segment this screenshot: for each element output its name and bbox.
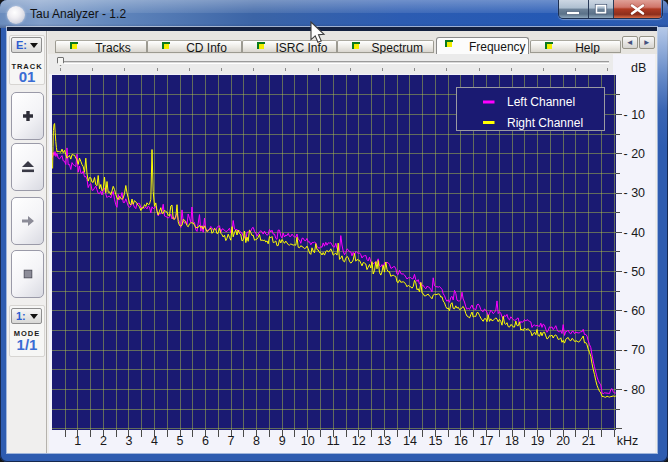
- svg-text:9: 9: [279, 434, 286, 448]
- svg-text:5: 5: [177, 434, 184, 448]
- svg-text:- 30: - 30: [624, 186, 646, 200]
- svg-text:17: 17: [480, 434, 494, 448]
- svg-text:- 50: - 50: [624, 264, 646, 278]
- svg-text:7: 7: [228, 434, 235, 448]
- svg-text:2: 2: [100, 434, 107, 448]
- svg-text:3: 3: [125, 434, 132, 448]
- svg-text:4: 4: [151, 434, 158, 448]
- svg-text:16: 16: [454, 434, 468, 448]
- svg-text:- 60: - 60: [624, 304, 646, 318]
- svg-text:18: 18: [505, 434, 519, 448]
- svg-text:Right Channel: Right Channel: [507, 115, 583, 129]
- svg-text:15: 15: [428, 434, 442, 448]
- svg-text:13: 13: [377, 434, 391, 448]
- svg-text:19: 19: [531, 434, 545, 448]
- svg-text:14: 14: [403, 434, 417, 448]
- svg-text:Left Channel: Left Channel: [507, 95, 575, 109]
- svg-text:8: 8: [253, 434, 260, 448]
- svg-text:- 40: - 40: [624, 225, 646, 239]
- svg-text:kHz: kHz: [617, 434, 639, 448]
- svg-text:10: 10: [301, 434, 315, 448]
- svg-text:1: 1: [74, 434, 81, 448]
- svg-text:12: 12: [352, 434, 366, 448]
- svg-text:20: 20: [556, 434, 570, 448]
- svg-text:- 20: - 20: [624, 146, 646, 160]
- svg-text:11: 11: [327, 434, 340, 448]
- svg-text:6: 6: [202, 434, 209, 448]
- svg-text:21: 21: [582, 434, 596, 448]
- svg-text:- 80: - 80: [624, 382, 646, 396]
- svg-text:- 10: - 10: [624, 107, 646, 121]
- svg-text:- 70: - 70: [624, 343, 646, 357]
